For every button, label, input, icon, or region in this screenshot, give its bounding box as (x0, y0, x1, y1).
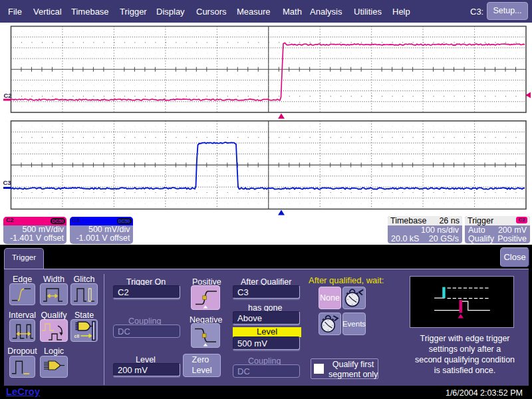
svg-text:C2: C2 (4, 92, 12, 99)
svg-text:cll: cll (74, 334, 79, 338)
svg-text:C3: C3 (3, 179, 11, 186)
